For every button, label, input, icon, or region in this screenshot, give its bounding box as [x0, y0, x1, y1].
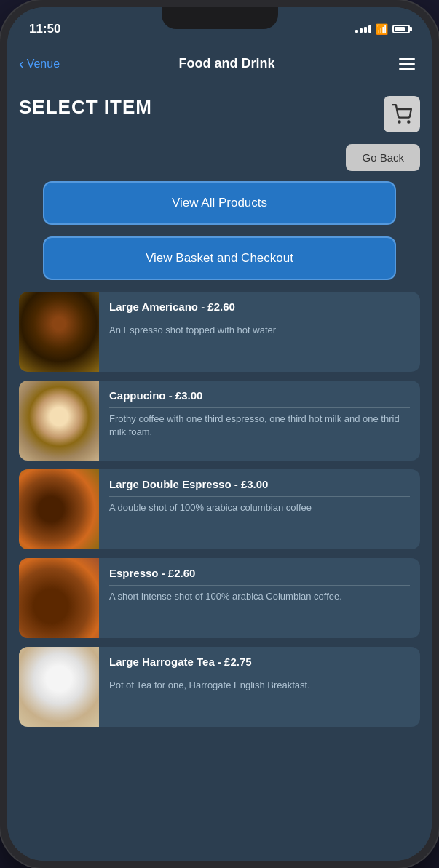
signal-icon — [355, 25, 371, 33]
product-image-4 — [19, 647, 99, 727]
product-description-2: A double shot of 100% arabica columbian … — [109, 501, 410, 514]
menu-icon-line2 — [399, 63, 415, 65]
product-description-4: Pot of Tea for one, Harrogate English Br… — [109, 679, 410, 692]
battery-icon — [392, 25, 410, 33]
product-image-2 — [19, 469, 99, 549]
main-content: SELECT ITEM Go Back View All Products Vi… — [7, 84, 432, 839]
cart-icon — [392, 104, 412, 124]
product-name-3: Espresso - £2.60 — [109, 567, 410, 586]
back-label: Venue — [27, 57, 60, 71]
go-back-row: Go Back — [19, 144, 420, 171]
product-card-0[interactable]: Large Americano - £2.60An Espresso shot … — [19, 292, 420, 372]
product-name-1: Cappucino - £3.00 — [109, 389, 410, 408]
product-card-1[interactable]: Cappucino - £3.00Frothy coffee with one … — [19, 381, 420, 461]
phone-frame: 11:50 📶 ‹ Venue Food and Drink — [0, 0, 439, 868]
menu-icon-line1 — [399, 58, 415, 60]
go-back-button[interactable]: Go Back — [346, 144, 420, 171]
chevron-left-icon: ‹ — [19, 55, 24, 72]
product-description-3: A short intense shot of 100% arabica Col… — [109, 590, 410, 603]
menu-button[interactable] — [394, 51, 420, 77]
page-title: Food and Drink — [179, 56, 275, 71]
product-info-0: Large Americano - £2.60An Espresso shot … — [99, 292, 420, 372]
cart-button[interactable] — [384, 96, 420, 132]
bottom-safe-area — [7, 839, 432, 861]
menu-icon-line3 — [399, 68, 415, 70]
product-list: Large Americano - £2.60An Espresso shot … — [19, 292, 420, 727]
back-button[interactable]: ‹ Venue — [19, 55, 60, 72]
product-info-4: Large Harrogate Tea - £2.75Pot of Tea fo… — [99, 647, 420, 727]
product-description-1: Frothy coffee with one third espresso, o… — [109, 413, 410, 439]
product-info-1: Cappucino - £3.00Frothy coffee with one … — [99, 381, 420, 461]
product-card-4[interactable]: Large Harrogate Tea - £2.75Pot of Tea fo… — [19, 647, 420, 727]
status-time: 11:50 — [29, 22, 60, 36]
status-icons: 📶 — [355, 23, 410, 35]
svg-point-1 — [408, 121, 409, 122]
product-card-3[interactable]: Espresso - £2.60A short intense shot of … — [19, 558, 420, 638]
product-description-0: An Espresso shot topped with hot water — [109, 324, 410, 337]
product-info-3: Espresso - £2.60A short intense shot of … — [99, 558, 420, 638]
product-info-2: Large Double Espresso - £3.00A double sh… — [99, 469, 420, 549]
wifi-icon: 📶 — [376, 23, 388, 35]
svg-point-0 — [398, 121, 400, 122]
product-card-2[interactable]: Large Double Espresso - £3.00A double sh… — [19, 469, 420, 549]
select-item-title: SELECT ITEM — [19, 96, 152, 119]
product-name-0: Large Americano - £2.60 — [109, 300, 410, 319]
notch — [162, 7, 278, 29]
header-row: SELECT ITEM — [19, 96, 420, 132]
product-name-4: Large Harrogate Tea - £2.75 — [109, 656, 410, 674]
view-all-button[interactable]: View All Products — [43, 181, 396, 225]
product-image-1 — [19, 381, 99, 461]
product-image-0 — [19, 292, 99, 372]
view-basket-button[interactable]: View Basket and Checkout — [43, 236, 396, 280]
product-image-3 — [19, 558, 99, 638]
nav-bar: ‹ Venue Food and Drink — [7, 44, 432, 84]
product-name-2: Large Double Espresso - £3.00 — [109, 478, 410, 497]
